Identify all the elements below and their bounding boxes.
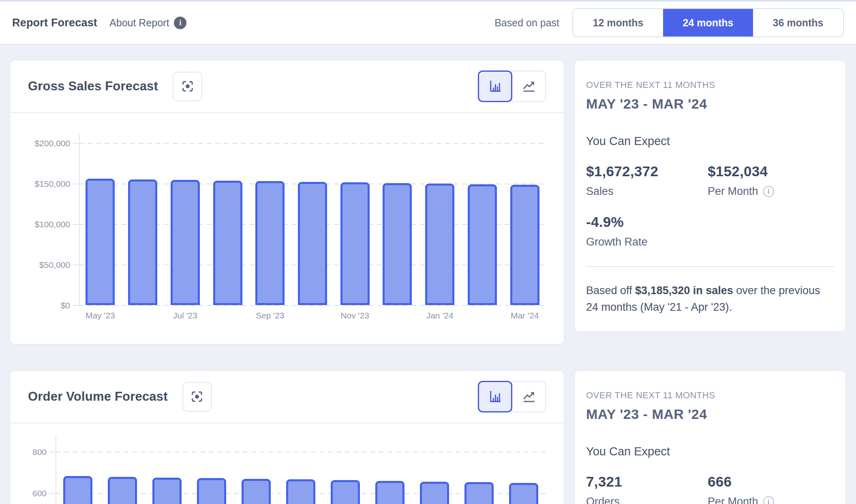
bar-chart-icon (488, 79, 503, 94)
axis-tick (73, 305, 79, 306)
x-axis-label: May '23 (86, 311, 115, 320)
growth-rate: -4.9% Growth Rate (586, 214, 834, 248)
bar[interactable] (86, 179, 115, 305)
y-axis-label: 600 (10, 489, 47, 498)
bar-chart-toggle[interactable] (478, 381, 512, 412)
axis-tick (73, 224, 79, 225)
bar[interactable] (171, 180, 200, 305)
about-report-link[interactable]: About Report i (109, 17, 186, 29)
camera-icon (190, 390, 204, 404)
snapshot-button[interactable] (173, 72, 202, 101)
growth-rate-value: -4.9% (586, 214, 834, 230)
y-axis-label: $100,000 (10, 220, 70, 229)
gross-sales-chart: $200,000$150,000$100,000$50,000$0May '23… (10, 113, 564, 344)
summary-eyebrow: OVER THE NEXT 11 MONTHS (586, 390, 834, 401)
gross-sales-title: Gross Sales Forecast (28, 79, 158, 94)
period-segmented-control: 12 months 24 months 36 months (572, 8, 844, 37)
bar[interactable] (286, 479, 315, 504)
bar[interactable] (197, 478, 226, 504)
bar[interactable] (108, 477, 137, 504)
gridline (56, 452, 546, 453)
axis-tick (49, 493, 56, 494)
bar[interactable] (298, 182, 327, 305)
bar[interactable] (468, 184, 497, 305)
period-24-months-button[interactable]: 24 months (663, 9, 753, 36)
orders-per-month-value: 666 (708, 474, 834, 490)
info-icon: i (174, 17, 186, 29)
bar[interactable] (425, 184, 454, 305)
per-month-info-icon[interactable]: i (763, 496, 774, 504)
summary-footnote: Based off $3,185,320 in sales over the p… (586, 282, 834, 315)
top-bar: Report Forecast About Report i Based on … (0, 0, 856, 45)
axis-tick (49, 452, 56, 453)
orders-total-value: 7,321 (586, 474, 708, 490)
gross-sales-card: Gross Sales Forecast (9, 60, 565, 345)
x-axis-label: Jul '23 (173, 311, 197, 320)
bar[interactable] (510, 185, 539, 305)
bar[interactable] (383, 183, 412, 305)
period-36-months-button[interactable]: 36 months (753, 9, 843, 36)
line-chart-toggle[interactable] (511, 381, 546, 412)
bar-chart-toggle[interactable] (478, 70, 512, 102)
bar[interactable] (509, 483, 538, 504)
bar-chart-icon (488, 389, 503, 404)
y-axis-label: 800 (10, 447, 47, 457)
bar[interactable] (242, 479, 271, 504)
per-month-info-icon[interactable]: i (763, 186, 774, 197)
gross-sales-summary: OVER THE NEXT 11 MONTHS MAY '23 - MAR '2… (574, 60, 846, 332)
axis-tick (73, 184, 79, 184)
x-axis-label: Sep '23 (256, 311, 285, 320)
x-axis-label: Nov '23 (340, 311, 369, 320)
y-axis-label: $150,000 (10, 179, 70, 189)
axis-tick (73, 143, 79, 144)
bar[interactable] (213, 181, 242, 305)
sales-per-month: $152,034 Per Month i (708, 163, 834, 198)
sales-per-month-value: $152,034 (708, 163, 834, 179)
y-axis-label: $0 (10, 301, 70, 310)
y-axis-line (79, 135, 80, 306)
based-on-past-label: Based on past (494, 17, 559, 29)
period-controls: Based on past 12 months 24 months 36 mon… (494, 8, 844, 37)
summary-eyebrow: OVER THE NEXT 11 MONTHS (586, 80, 834, 90)
order-volume-card-header: Order Volume Forecast (10, 371, 564, 423)
sales-total-label: Sales (586, 185, 708, 198)
expect-label: You Can Expect (586, 135, 834, 148)
growth-rate-label: Growth Rate (586, 236, 834, 248)
page-title: Report Forecast (12, 17, 97, 29)
sales-per-month-label: Per Month i (708, 185, 834, 198)
summary-period: MAY '23 - MAR '24 (586, 96, 834, 112)
orders-per-month-label: Per Month i (708, 495, 834, 504)
x-axis-label: Mar '24 (511, 311, 539, 320)
line-chart-toggle[interactable] (511, 70, 546, 102)
snapshot-button[interactable] (182, 382, 212, 412)
gross-sales-card-header: Gross Sales Forecast (10, 60, 564, 113)
camera-icon (181, 79, 195, 93)
chart-type-switch (478, 381, 546, 412)
order-volume-title: Order Volume Forecast (28, 389, 168, 404)
bar[interactable] (340, 182, 370, 305)
bar[interactable] (128, 179, 157, 305)
orders-total: 7,321 Orders (586, 474, 708, 504)
bar[interactable] (420, 482, 449, 504)
y-axis-label: $50,000 (10, 260, 70, 270)
line-chart-icon (522, 79, 536, 94)
y-axis-label: $200,000 (10, 139, 70, 148)
axis-tick (73, 265, 79, 265)
chart-type-switch (478, 70, 546, 102)
bar[interactable] (464, 482, 494, 504)
bar[interactable] (331, 480, 360, 504)
bar[interactable] (152, 478, 182, 504)
sales-total: $1,672,372 Sales (586, 163, 708, 198)
sales-total-value: $1,672,372 (586, 163, 708, 179)
bar[interactable] (63, 476, 92, 504)
gridline (79, 143, 546, 144)
orders-per-month: 666 Per Month i (708, 474, 834, 504)
summary-period: MAY '23 - MAR '24 (586, 406, 834, 422)
period-12-months-button[interactable]: 12 months (573, 9, 663, 36)
x-axis-label: Jan '24 (426, 311, 454, 320)
order-volume-chart: 800600May '23Jul '23Sep '23Nov '23Jan '2… (10, 423, 564, 504)
line-chart-icon (522, 389, 536, 404)
about-report-label: About Report (109, 17, 169, 29)
bar[interactable] (375, 481, 404, 504)
bar[interactable] (255, 181, 285, 305)
